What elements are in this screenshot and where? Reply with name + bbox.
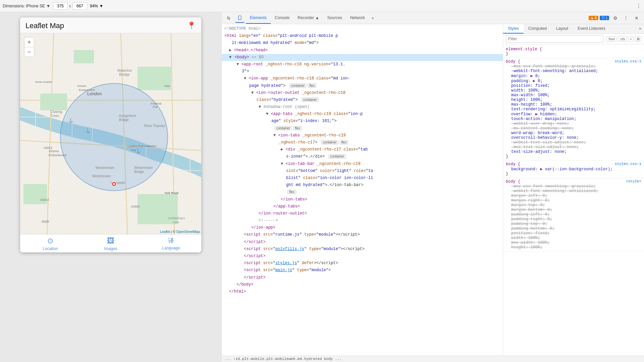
html-line: <html lang="en" class="plt-android plt-m… [222,33,503,40]
html-line: </ion-app> [222,224,503,231]
breadcrumb: ... ›id.plt-mobile.plt-mobileweb.md.hydr… [224,357,342,361]
element-picker-button[interactable] [224,13,234,23]
main-area: Leaflet Map 📍 [0,12,644,362]
css-rule-element-style: element.style { } [503,46,644,58]
phone-app-title: Leaflet Map [25,21,64,30]
svg-text:⚓: ⚓ [68,118,73,123]
html-line: </html> [222,288,503,295]
svg-text:London Eye,Waterloo: London Eye,Waterloo [127,144,156,148]
map-zoom-in-button[interactable]: + [24,38,34,47]
svg-point-59 [239,19,240,19]
svg-text:Embankment: Embankment [49,154,67,157]
html-line: slot="bottom" color="light" role="ta [222,168,503,175]
styles-filter-bar: :hov .cls + ⊞ [503,34,644,44]
html-line: </script> [222,274,503,281]
images-tab-icon: 🖼 [107,237,114,245]
devtools-tab-bar: Elements Console Recorder ▲ Sources Netw… [246,12,376,24]
device-mode-button[interactable] [235,13,245,23]
html-line: _nghost-rho-c17> containerflex [222,139,503,146]
html-line: age" style="z-index: 101;"> [222,118,503,125]
svg-point-57 [113,183,115,185]
close-button[interactable]: ✕ [632,13,641,23]
html-line: <script src="runtime.js" type="module"><… [222,231,503,238]
html-line-body[interactable]: ▼ <body> == $0 [222,54,503,61]
info-badge[interactable]: 🗨 1 [600,16,609,20]
elements-tab[interactable]: Elements [246,12,271,24]
styles-content[interactable]: element.style { } body { styles.css:1 -m… [503,44,644,356]
phone-header: Leaflet Map 📍 [20,17,201,33]
filter-hov-button[interactable]: :hov [606,36,616,42]
svg-text:⚓: ⚓ [85,128,91,133]
styles-filter-input[interactable] [506,35,603,43]
svg-rect-21 [74,50,94,63]
devtools-content: <!DOCTYPE html> <html lang="en" class="p… [222,24,644,356]
map-area[interactable]: ⚓ ⚓ ⚓ London Waterloo Bridge Charing Cro… [20,33,201,234]
height-input[interactable] [72,2,87,10]
toolbar-more-button[interactable]: ⋮ [636,3,641,9]
svg-text:Cross: Cross [50,114,59,118]
html-line: class="hydrated"> container [222,97,503,104]
zoom-value: 94% [90,4,98,8]
svg-text:Hungerford: Hungerford [119,114,136,118]
phone-tab-bar: ⊙ Location 🖼 Images 译 Language [20,234,201,252]
top-toolbar: Dimensions: iPhone SE ▼ x 94% ▼ ⋮ [0,0,644,12]
devtools-panel: Elements Console Recorder ▲ Sources Netw… [221,12,644,362]
devtools-top-right: ▲ 4 🗨 1 ⚙ ⋮ ✕ [589,13,641,23]
language-tab-label: Language [162,246,180,250]
map-attribution: Leaflet | © OpenStreetMap [160,230,200,234]
svg-text:B326: B326 [42,220,49,223]
svg-text:Westminster: Westminster [134,166,153,170]
html-line: ▼ <ion-app _ngcontent-rho-c18 class="md … [222,75,503,82]
svg-text:A3211: A3211 [44,146,52,149]
warning-badge[interactable]: ▲ 4 [589,16,598,20]
svg-text:A3203: A3203 [131,205,140,208]
svg-text:Bridge: Bridge [119,118,129,122]
styles-tab-bar: Styles Computed Layout Event Listeners » [503,24,644,34]
html-line: <!-----> [222,217,503,224]
html-tree-panel[interactable]: <!DOCTYPE html> <html lang="en" class="p… [222,24,503,356]
filter-add-button[interactable]: + [628,36,634,42]
svg-text:Westminster: Westminster [96,166,114,170]
html-line: </ion-router-outlet> [222,210,503,217]
leaflet-link[interactable]: Leaflet [160,230,170,234]
html-line: ▶ <head>…</head> [222,47,503,54]
sources-tab[interactable]: Sources [323,12,346,24]
html-line: 3"> [222,68,503,75]
map-zoom-out-button[interactable]: − [24,47,34,57]
osm-link[interactable]: OpenStreetMap [176,230,200,234]
svg-text:Pier: Pier [153,105,158,109]
zoom-control[interactable]: 94% ▼ [90,4,103,8]
html-line: <script src="main.js" type="module"> [222,267,503,274]
svg-text:Horse Guards: Horse Guards [35,80,52,83]
map-svg: ⚓ ⚓ ⚓ London Waterloo Bridge Charing Cro… [20,33,201,234]
styles-panel: Styles Computed Layout Event Listeners »… [503,24,644,356]
console-tab[interactable]: Console [271,12,293,24]
styles-tab-styles[interactable]: Styles [503,24,524,34]
tab-images[interactable]: 🖼 Images [80,237,141,251]
html-line: ght md hydrated">…</ion-tab-bar> [222,182,503,189]
more-tabs-button[interactable]: » [369,16,377,20]
zoom-dropdown-icon: ▼ [99,4,103,8]
tab-location[interactable]: ⊙ Location [20,237,80,251]
pin-icon[interactable]: 📍 [187,21,196,30]
location-tab-label: Location [43,246,58,251]
device-selector[interactable]: Dimensions: iPhone SE ▼ [3,4,50,8]
filter-toggle-button[interactable]: ⊞ [635,36,641,42]
images-tab-label: Images [104,246,117,251]
styles-more-tabs[interactable]: » [636,24,644,34]
width-input[interactable] [53,2,68,10]
html-line: </ion-tabs> [222,196,503,203]
tab-language[interactable]: 译 Language [141,237,201,251]
styles-tab-layout[interactable]: Layout [551,24,573,34]
network-tab[interactable]: Network [346,12,369,24]
svg-text:Westminster: Westminster [92,174,111,178]
more-options-button[interactable]: ⋮ [621,13,631,23]
recorder-tab[interactable]: Recorder ▲ [293,12,323,24]
css-rule-body-2: body { styles.css:1 background: ▶ var(--… [503,161,644,178]
svg-text:Festival: Festival [151,102,161,105]
filter-cls-button[interactable]: .cls [618,36,627,42]
styles-tab-computed[interactable]: Computed [524,24,551,34]
map-zoom-controls: + − [24,37,34,57]
styles-tab-event-listeners[interactable]: Event Listeners [573,24,610,34]
settings-button[interactable]: ⚙ [610,13,620,23]
